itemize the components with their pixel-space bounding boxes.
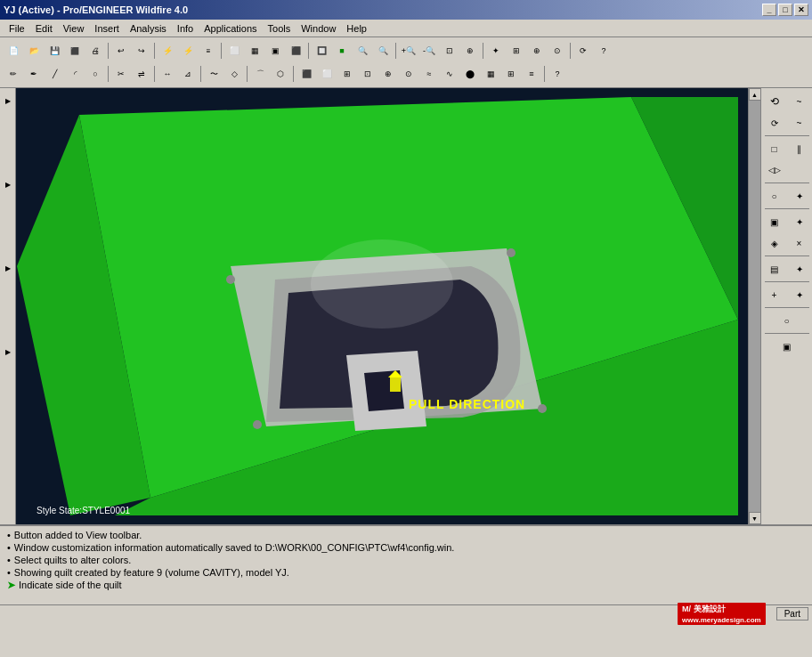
offset8-button[interactable]: ∿ xyxy=(440,64,459,84)
csys-button[interactable]: ⊕ xyxy=(527,41,547,61)
maximize-button[interactable]: □ xyxy=(778,4,792,16)
right-scrollbar[interactable]: ▲ ▼ xyxy=(748,88,760,524)
rt-btn-8a[interactable]: ▤ xyxy=(763,259,786,279)
rt-btn-3a[interactable]: □ xyxy=(763,139,786,158)
dim-button[interactable]: ↔ xyxy=(158,64,177,84)
rt-btn-9b[interactable]: ✦ xyxy=(788,285,811,304)
rt-btn-2a[interactable]: ⟳ xyxy=(763,113,786,133)
menu-info[interactable]: Info xyxy=(172,21,199,36)
zoom4-button[interactable]: ⊕ xyxy=(460,41,480,61)
view2-button[interactable]: ▦ xyxy=(245,41,264,61)
offset4-button[interactable]: ⊡ xyxy=(358,64,378,84)
scroll-up-button[interactable]: ▲ xyxy=(749,88,761,101)
regen2-button[interactable]: ⚡ xyxy=(178,41,198,61)
shade3-button[interactable]: 🔍 xyxy=(353,41,372,61)
view3-button[interactable]: ▣ xyxy=(265,41,285,61)
rt-btn-1b[interactable]: ~ xyxy=(788,92,811,111)
rt-btn-1a[interactable]: ⟲ xyxy=(763,92,786,111)
viewport[interactable]: PULL DIRECTION Style State:STYLE0001 xyxy=(16,88,748,524)
menu-view[interactable]: View xyxy=(58,21,90,36)
left-arrow-mid1[interactable]: ▶ xyxy=(3,181,13,190)
offset7-button[interactable]: ≈ xyxy=(419,64,439,84)
regen3-button[interactable]: ≡ xyxy=(199,41,218,61)
offset6-button[interactable]: ⊙ xyxy=(399,64,418,84)
trim-button[interactable]: ✂ xyxy=(111,64,131,84)
chamfer-button[interactable]: ⬡ xyxy=(271,64,290,84)
zoom-in-button[interactable]: +🔍 xyxy=(399,41,418,61)
rt-btn-6b[interactable]: ✦ xyxy=(788,212,811,231)
zoom-out-button[interactable]: -🔍 xyxy=(419,41,439,61)
curve-button[interactable]: 〜 xyxy=(204,64,223,84)
undo-button[interactable]: ↩ xyxy=(111,41,131,61)
rt-btn-10a[interactable]: ○ xyxy=(775,311,799,330)
spin-button[interactable]: ⟳ xyxy=(573,41,593,61)
shade2-button[interactable]: ■ xyxy=(332,41,352,61)
view1-button[interactable]: ⬜ xyxy=(224,41,244,61)
help2-button[interactable]: ? xyxy=(548,64,567,84)
print-button[interactable]: 🖨 xyxy=(85,41,105,61)
rt-btn-7b[interactable]: × xyxy=(788,233,811,253)
const-button[interactable]: ⊿ xyxy=(178,64,198,84)
rt-btn-11a[interactable]: ▣ xyxy=(775,337,799,356)
arc-button[interactable]: ◜ xyxy=(65,64,85,84)
offset9-button[interactable]: ⬤ xyxy=(460,64,480,84)
rt-sep-5 xyxy=(765,281,809,282)
fillet-button[interactable]: ⌒ xyxy=(250,64,270,84)
left-arrow-bot[interactable]: ▶ xyxy=(3,348,13,357)
menu-applications[interactable]: Applications xyxy=(199,21,262,36)
circle-button[interactable]: ○ xyxy=(85,64,105,84)
rt-btn-4a[interactable]: ◁▷ xyxy=(763,160,786,180)
offset-button[interactable]: ⬛ xyxy=(296,64,316,84)
plane-button[interactable]: ⊞ xyxy=(507,41,526,61)
redo-button[interactable]: ↪ xyxy=(132,41,151,61)
rt-btn-9a[interactable]: + xyxy=(763,285,786,304)
shade1-button[interactable]: 🔲 xyxy=(312,41,331,61)
rt-btn-5b[interactable]: ✦ xyxy=(788,186,811,206)
rt-btn-4b[interactable] xyxy=(788,160,811,180)
left-arrow-mid2[interactable]: ▶ xyxy=(3,264,13,273)
rt-btn-5a[interactable]: ○ xyxy=(763,186,786,206)
rt-btn-7a[interactable]: ◈ xyxy=(763,233,786,253)
menu-help[interactable]: Help xyxy=(341,21,372,36)
minimize-button[interactable]: _ xyxy=(762,4,776,16)
close-button[interactable]: ✕ xyxy=(794,4,808,16)
save2-button[interactable]: ⬛ xyxy=(65,41,85,61)
axis-button[interactable]: ✦ xyxy=(486,41,506,61)
rt-sep-2 xyxy=(765,182,809,183)
offset3-button[interactable]: ⊞ xyxy=(337,64,357,84)
help-button[interactable]: ? xyxy=(594,41,613,61)
rt-btn-3b[interactable]: ∥ xyxy=(788,139,811,158)
sketch2-button[interactable]: ✒ xyxy=(24,64,44,84)
offset5-button[interactable]: ⊕ xyxy=(378,64,398,84)
menu-insert[interactable]: Insert xyxy=(89,21,125,36)
menu-analysis[interactable]: Analysis xyxy=(125,21,172,36)
left-arrow-top[interactable]: ▶ xyxy=(3,97,13,106)
rt-btn-8b[interactable]: ✦ xyxy=(788,259,811,279)
menu-tools[interactable]: Tools xyxy=(263,21,296,36)
offset10-button[interactable]: ▦ xyxy=(481,64,500,84)
sketch1-button[interactable]: ✏ xyxy=(4,64,23,84)
zoom3-button[interactable]: ⊡ xyxy=(440,41,459,61)
offset12-button[interactable]: ≡ xyxy=(522,64,541,84)
mirror-button[interactable]: ⇌ xyxy=(132,64,151,84)
scroll-down-button[interactable]: ▼ xyxy=(749,512,761,524)
menu-edit[interactable]: Edit xyxy=(30,21,58,36)
pts-button[interactable]: ⊙ xyxy=(548,41,567,61)
line-button[interactable]: ╱ xyxy=(45,64,64,84)
surface-button[interactable]: ◇ xyxy=(224,64,244,84)
menu-file[interactable]: File xyxy=(4,21,30,36)
rt-btn-2b[interactable]: ~ xyxy=(788,113,811,133)
menu-window[interactable]: Window xyxy=(296,21,341,36)
new-button[interactable]: 📄 xyxy=(4,41,23,61)
rt-row-11: ▣ xyxy=(775,337,799,356)
regen-button[interactable]: ⚡ xyxy=(158,41,177,61)
shade4-button[interactable]: 🔍 xyxy=(373,41,393,61)
offset2-button[interactable]: ⬜ xyxy=(317,64,337,84)
offset11-button[interactable]: ⊞ xyxy=(501,64,521,84)
view4-button[interactable]: ⬛ xyxy=(286,41,305,61)
rt-btn-6a[interactable]: ▣ xyxy=(763,212,786,231)
open-button[interactable]: 📂 xyxy=(24,41,44,61)
model-shape: PULL DIRECTION Style State:STYLE0001 xyxy=(16,88,748,524)
scroll-track[interactable] xyxy=(749,101,761,512)
save-button[interactable]: 💾 xyxy=(45,41,64,61)
